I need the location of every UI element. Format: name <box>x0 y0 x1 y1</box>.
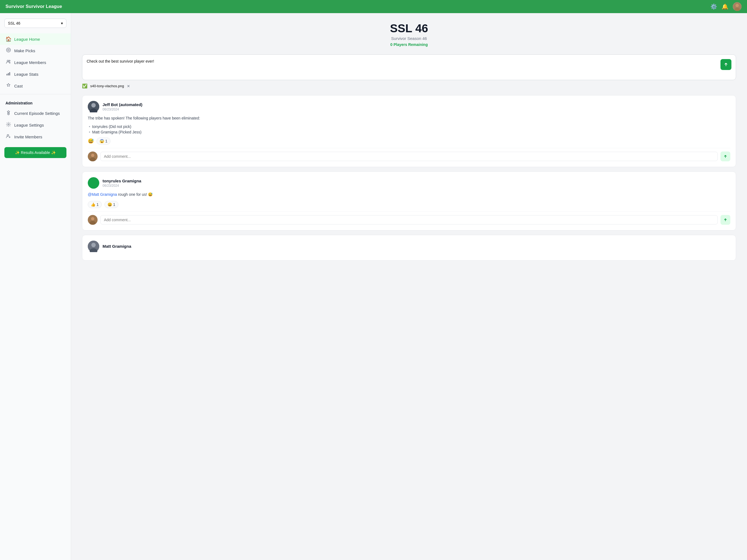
sidebar-item-cast[interactable]: Cast <box>0 80 71 92</box>
sidebar-item-label: Invite Members <box>14 134 42 139</box>
main-content: SSL 46 Survivor Season 46 0 Players Rema… <box>71 13 747 560</box>
settings-icon[interactable]: ⚙️ <box>711 3 717 10</box>
post-avatar <box>88 101 99 112</box>
admin-section-label: Administration <box>0 97 71 107</box>
sidebar-item-label: Current Episode Settings <box>14 111 60 116</box>
home-icon: 🏠 <box>5 36 11 42</box>
post-author: Jeff Bot (automated) <box>103 102 143 107</box>
post-body: The tribe has spoken! The following play… <box>88 115 730 121</box>
reaction-shocked[interactable]: 😱 1 <box>97 137 110 145</box>
attachment-check-icon: ✅ <box>82 83 87 88</box>
comment-avatar <box>88 152 98 161</box>
reaction-smile[interactable]: 😀 1 <box>104 201 119 208</box>
svg-point-11 <box>8 124 9 125</box>
comment-input-row <box>88 152 730 161</box>
svg-point-14 <box>91 103 96 107</box>
svg-point-1 <box>736 4 739 7</box>
post-header: Jeff Bot (automated) 06/23/2024 <box>88 101 730 112</box>
sidebar-item-label: League Settings <box>14 123 44 127</box>
sidebar: SSL 46 ▾ 🏠 League Home Make Picks <box>0 13 71 560</box>
post-send-button[interactable] <box>720 59 731 70</box>
svg-point-12 <box>7 134 9 136</box>
post-list: tonyrules (Did not pick) Matt Gramigna (… <box>88 124 730 134</box>
reactions: 👍 1 😀 1 <box>88 201 730 208</box>
post-header: Matt Gramigna <box>88 240 730 252</box>
comment-send-button[interactable] <box>720 152 730 161</box>
picks-icon <box>5 48 11 54</box>
post-avatar <box>88 177 99 189</box>
app-title: Survivor Survivor League <box>5 4 62 9</box>
comment-send-button[interactable] <box>720 215 730 225</box>
svg-rect-9 <box>9 72 10 75</box>
user-avatar[interactable] <box>733 2 742 11</box>
mention-link[interactable]: @Matt Gramigna <box>88 192 117 197</box>
post-textarea[interactable]: Check out the best survivor player ever! <box>87 59 717 75</box>
svg-rect-7 <box>6 74 7 75</box>
sidebar-item-league-home[interactable]: 🏠 League Home <box>0 33 71 45</box>
sidebar-item-make-picks[interactable]: Make Picks <box>0 45 71 57</box>
comment-input[interactable] <box>100 215 718 225</box>
sidebar-item-label: League Home <box>14 37 40 42</box>
feed-card-matt-gramigna: Matt Gramigna <box>82 235 736 261</box>
sidebar-item-label: Make Picks <box>14 48 35 53</box>
reaction-thumbsup[interactable]: 👍 1 <box>88 201 102 208</box>
players-remaining: 0 Players Remaining <box>82 42 736 47</box>
sidebar-item-current-episode-settings[interactable]: Current Episode Settings <box>0 107 71 119</box>
comment-input-row <box>88 215 730 225</box>
list-item: Matt Gramigna (Picked Jess) <box>92 130 730 134</box>
svg-point-17 <box>91 154 94 157</box>
league-selector-wrap: SSL 46 ▾ <box>0 19 71 33</box>
svg-point-6 <box>9 60 10 61</box>
layout: SSL 46 ▾ 🏠 League Home Make Picks <box>0 13 747 560</box>
topnav-icons: ⚙️ 🔔 <box>711 2 742 11</box>
post-author: Matt Gramigna <box>103 244 131 249</box>
list-item: tonyrules (Did not pick) <box>92 124 730 129</box>
page-title: SSL 46 <box>82 22 736 35</box>
reactions: 😅 😱 1 <box>88 137 730 145</box>
topnav: Survivor Survivor League ⚙️ 🔔 <box>0 0 747 13</box>
chevron-down-icon: ▾ <box>61 21 63 25</box>
add-reaction-button[interactable]: 😅 <box>88 138 94 144</box>
post-body: @Matt Gramigna rough one for us! 😅 <box>88 192 730 198</box>
episode-settings-icon <box>5 110 11 117</box>
sidebar-item-label: League Stats <box>14 72 38 77</box>
feed-card-jeff-bot: Jeff Bot (automated) 06/23/2024 The trib… <box>82 95 736 167</box>
comment-avatar <box>88 215 98 225</box>
post-header: tonyrules Gramigna 06/23/2024 <box>88 177 730 189</box>
post-avatar <box>88 240 99 252</box>
svg-point-23 <box>91 243 96 247</box>
post-input-box: Check out the best survivor player ever! <box>82 54 736 80</box>
post-author: tonyrules Gramigna <box>103 179 141 183</box>
results-available-button[interactable]: ✨ Results Available ✨ <box>4 147 67 158</box>
comment-input[interactable] <box>100 152 718 161</box>
cast-icon <box>5 83 11 89</box>
remove-attachment-button[interactable]: ✕ <box>127 84 130 88</box>
sidebar-item-label: League Members <box>14 60 46 65</box>
post-date: 06/23/2024 <box>103 107 143 111</box>
bell-icon[interactable]: 🔔 <box>722 3 728 10</box>
sidebar-item-league-stats[interactable]: League Stats <box>0 68 71 80</box>
attachment-filename: s40-tony-vlachos.png <box>90 84 124 88</box>
svg-rect-8 <box>8 73 9 75</box>
sidebar-item-league-settings[interactable]: League Settings <box>0 119 71 131</box>
sidebar-item-label: Cast <box>14 84 23 88</box>
league-selector[interactable]: SSL 46 ▾ <box>4 19 67 28</box>
svg-point-5 <box>7 60 9 62</box>
invite-icon <box>5 134 11 140</box>
sidebar-item-league-members[interactable]: League Members <box>0 57 71 68</box>
page-subtitle: Survivor Season 46 <box>82 36 736 41</box>
sidebar-item-invite-members[interactable]: Invite Members <box>0 131 71 143</box>
post-date: 06/23/2024 <box>103 184 141 187</box>
members-icon <box>5 59 11 66</box>
stats-icon <box>5 71 11 77</box>
svg-point-4 <box>8 49 9 51</box>
attachment-bar: ✅ s40-tony-vlachos.png ✕ <box>82 83 736 88</box>
svg-point-20 <box>91 217 94 221</box>
feed-card-tonyrules: tonyrules Gramigna 06/23/2024 @Matt Gram… <box>82 172 736 230</box>
svg-point-3 <box>6 48 11 52</box>
league-settings-icon <box>5 122 11 128</box>
